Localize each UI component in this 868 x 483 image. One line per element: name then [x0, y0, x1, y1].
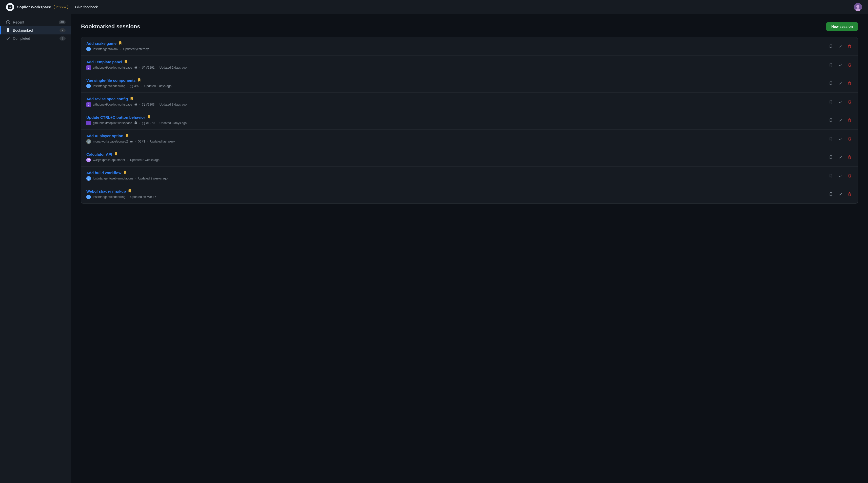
complete-button[interactable]: [837, 99, 843, 105]
session-info: Add build workflow L lostintangent/web-a…: [86, 171, 824, 181]
session-item[interactable]: Add Template panel G githubnext/copilot-…: [81, 56, 858, 74]
logo-icon: [6, 3, 14, 11]
svg-text:L: L: [88, 177, 89, 180]
bookmark-filled-icon: [147, 115, 151, 120]
sidebar-item-recent[interactable]: Recent 40: [0, 18, 71, 26]
bookmark-icon: [6, 28, 10, 32]
sidebar-item-bookmarked[interactable]: Bookmarked 9: [0, 26, 71, 34]
user-avatar[interactable]: [854, 3, 862, 11]
session-actions: [828, 118, 852, 123]
session-updated: Updated on Mar 15: [130, 195, 156, 199]
session-updated: Updated 3 days ago: [159, 103, 187, 106]
session-repo: w3cj/express-api-starter: [93, 158, 125, 162]
session-item[interactable]: Update CTRL+C button behavior G githubne…: [81, 111, 858, 130]
session-repo: lostintangent/codeswing: [93, 195, 125, 199]
session-item[interactable]: Vue single-file components L lostintange…: [81, 74, 858, 93]
session-info: Vue single-file components L lostintange…: [86, 78, 824, 88]
bookmark-filled-icon: [137, 78, 141, 83]
unbookmark-button[interactable]: [828, 43, 834, 50]
lock-icon: [134, 121, 137, 125]
unbookmark-button[interactable]: [828, 154, 834, 160]
session-updated: Updated 2 weeks ago: [130, 158, 159, 162]
session-title[interactable]: Add AI player option: [86, 134, 123, 138]
session-info: Update CTRL+C button behavior G githubne…: [86, 115, 824, 125]
complete-button[interactable]: [837, 191, 843, 197]
session-repo: mona-workspace/pong-v2: [93, 140, 128, 143]
page-title: Bookmarked sessions: [81, 23, 140, 30]
session-title-row: Add revise spec config: [86, 97, 824, 101]
svg-text:G: G: [88, 103, 90, 106]
session-updated: Updated yesterday: [123, 47, 149, 51]
session-repo: lostintangent/codeswing: [93, 84, 125, 88]
complete-button[interactable]: [837, 43, 843, 50]
session-title[interactable]: Calculator API: [86, 152, 112, 156]
session-actions: [828, 80, 852, 86]
session-updated: Updated last week: [150, 140, 175, 143]
session-title[interactable]: Add build workflow: [86, 171, 121, 175]
app-logo: Copilot Workspace Preview: [6, 3, 68, 11]
svg-point-3: [10, 6, 11, 7]
session-title[interactable]: Vue single-file components: [86, 78, 135, 83]
session-title-row: Vue single-file components: [86, 78, 824, 83]
delete-button[interactable]: [847, 154, 852, 160]
unbookmark-button[interactable]: [828, 62, 834, 68]
svg-text:L: L: [88, 85, 89, 88]
bookmark-filled-icon: [125, 134, 129, 138]
complete-button[interactable]: [837, 118, 843, 123]
give-feedback-button[interactable]: Give feedback: [73, 4, 100, 10]
session-repo-avatar: L: [86, 176, 91, 181]
delete-button[interactable]: [847, 80, 852, 86]
session-item[interactable]: Add snake game L lostintangent/blank · U…: [81, 37, 858, 56]
unbookmark-button[interactable]: [828, 173, 834, 179]
unbookmark-button[interactable]: [828, 136, 834, 142]
session-item[interactable]: Calculator API W w3cj/express-api-starte…: [81, 148, 858, 167]
session-info: Add revise spec config G githubnext/copi…: [86, 97, 824, 107]
session-title-row: Webgl shader markup: [86, 189, 824, 193]
delete-button[interactable]: [847, 43, 852, 50]
session-item[interactable]: Webgl shader markup L lostintangent/code…: [81, 185, 858, 203]
session-title[interactable]: Update CTRL+C button behavior: [86, 115, 145, 120]
session-title[interactable]: Add Template panel: [86, 60, 122, 64]
complete-button[interactable]: [837, 136, 843, 142]
unbookmark-button[interactable]: [828, 99, 834, 105]
delete-button[interactable]: [847, 118, 852, 123]
session-repo-avatar: W: [86, 158, 91, 162]
delete-button[interactable]: [847, 99, 852, 105]
session-item[interactable]: Add AI player option M mona-workspace/po…: [81, 130, 858, 148]
delete-button[interactable]: [847, 62, 852, 68]
session-updated: Updated 2 days ago: [159, 66, 187, 69]
main-content: Bookmarked sessions New session Add snak…: [71, 14, 868, 483]
new-session-button[interactable]: New session: [826, 22, 858, 31]
session-item[interactable]: Add build workflow L lostintangent/web-a…: [81, 167, 858, 185]
clock-icon: [6, 20, 10, 24]
complete-button[interactable]: [837, 80, 843, 86]
lock-icon: [134, 103, 137, 106]
delete-button[interactable]: [847, 173, 852, 179]
sidebar: Recent 40 Bookmarked 9 Completed 3: [0, 14, 71, 483]
session-title[interactable]: Webgl shader markup: [86, 189, 126, 193]
sessions-list: Add snake game L lostintangent/blank · U…: [81, 37, 858, 203]
complete-button[interactable]: [837, 62, 843, 68]
session-title-row: Add build workflow: [86, 171, 824, 175]
delete-button[interactable]: [847, 191, 852, 197]
unbookmark-button[interactable]: [828, 118, 834, 123]
unbookmark-button[interactable]: [828, 191, 834, 197]
session-repo-avatar: L: [86, 84, 91, 88]
svg-text:G: G: [88, 66, 90, 69]
session-title[interactable]: Add snake game: [86, 41, 117, 45]
session-info: Webgl shader markup L lostintangent/code…: [86, 189, 824, 199]
session-title[interactable]: Add revise spec config: [86, 97, 128, 101]
preview-badge: Preview: [54, 5, 68, 9]
svg-point-5: [856, 5, 859, 8]
session-item[interactable]: Add revise spec config G githubnext/copi…: [81, 93, 858, 111]
session-repo-avatar: G: [86, 121, 91, 125]
app-layout: Recent 40 Bookmarked 9 Completed 3 B: [0, 14, 868, 483]
session-updated: Updated 2 weeks ago: [138, 177, 167, 180]
complete-button[interactable]: [837, 173, 843, 179]
delete-button[interactable]: [847, 136, 852, 142]
complete-button[interactable]: [837, 154, 843, 160]
session-info: Calculator API W w3cj/express-api-starte…: [86, 152, 824, 162]
sidebar-item-completed[interactable]: Completed 3: [0, 34, 71, 42]
session-info: Add snake game L lostintangent/blank · U…: [86, 41, 824, 52]
unbookmark-button[interactable]: [828, 80, 834, 86]
